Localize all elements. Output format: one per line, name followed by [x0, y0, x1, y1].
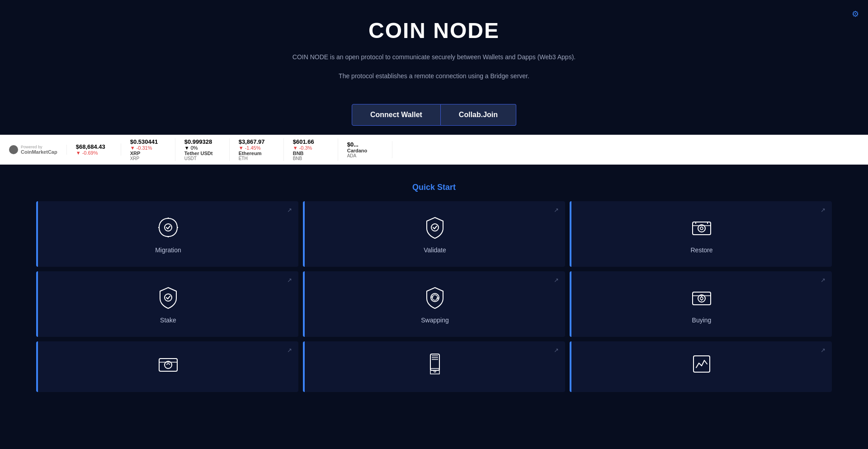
ticker-item-xrp: $0.530441 ▼ -0.31% XRP XRP: [121, 138, 175, 161]
svg-rect-2: [693, 222, 711, 235]
usdt-price: $0.999328: [184, 138, 220, 145]
bnb-name: BNB: [293, 151, 329, 156]
buying-icon: [688, 284, 715, 311]
validate-label: Validate: [424, 246, 446, 254]
xrp-change: ▼ -0.31%: [130, 145, 166, 151]
usdt-sym: USDT: [184, 156, 220, 161]
ticker-item-eth: $3,867.97 ▼ -1.45% Ethereum ETH: [230, 138, 284, 161]
page-title: COIN NODE: [9, 18, 859, 43]
buying-label: Buying: [692, 317, 712, 324]
external-link-icon-restore: ↗: [821, 207, 826, 213]
card-stake[interactable]: ↗ Stake: [36, 271, 298, 337]
ticker-item-usdt: $0.999328 ▼ 0% Tether USDt USDT: [175, 138, 230, 161]
card-validate[interactable]: ↗ Validate: [303, 201, 565, 267]
page-header: COIN NODE COIN NODE is an open protocol …: [0, 0, 868, 90]
card-grid: ↗ Migration ↗ Validate: [36, 201, 832, 392]
xrp-sym: XRP: [130, 156, 166, 161]
external-link-icon-r3c3: ↗: [821, 347, 826, 354]
ticker-brand: Powered by CoinMarketCap: [0, 145, 67, 155]
card-row3-2[interactable]: ↗: [303, 341, 565, 392]
eth-name: Ethereum: [239, 151, 274, 156]
xrp-name: XRP: [130, 151, 166, 156]
card-row3-1[interactable]: ↗: [36, 341, 298, 392]
ada-price: $0...: [347, 141, 383, 148]
svg-rect-6: [693, 292, 711, 305]
eth-sym: ETH: [239, 156, 274, 161]
xrp-price: $0.530441: [130, 138, 166, 145]
stake-label: Stake: [160, 317, 176, 324]
usdt-name: Tether USDt: [184, 151, 220, 156]
ada-sym: ADA: [347, 153, 383, 158]
svg-point-11: [434, 370, 436, 372]
swapping-icon: [421, 284, 448, 311]
quick-start-title: Quick Start: [36, 183, 832, 192]
bnb-change: ▼ -0.3%: [293, 145, 329, 151]
svg-point-1: [431, 224, 439, 231]
external-link-icon-buying: ↗: [821, 277, 826, 284]
migration-label: Migration: [155, 246, 181, 254]
r3c3-icon: [688, 350, 715, 378]
action-buttons: Connect Wallet Collab.Join: [0, 104, 868, 126]
r3c2-icon: [421, 350, 448, 378]
usdt-change: ▼ 0%: [184, 145, 220, 151]
external-link-icon-r3c1: ↗: [287, 347, 292, 354]
coinmarketcap-name: CoinMarketCap: [21, 149, 57, 155]
ticker-item-btc: $68,684.43 ▼ -0.69%: [67, 143, 121, 156]
powered-by-label: Powered by: [21, 145, 57, 149]
external-link-icon-r3c2: ↗: [554, 347, 559, 354]
validate-icon: [421, 214, 448, 241]
btc-change: ▼ -0.69%: [76, 150, 112, 156]
svg-point-4: [165, 294, 172, 301]
ticker-bar: Powered by CoinMarketCap $68,684.43 ▼ -0…: [0, 135, 868, 165]
settings-button[interactable]: ⚙: [852, 9, 859, 19]
external-link-icon-migration: ↗: [287, 207, 292, 213]
svg-rect-10: [430, 354, 439, 370]
gear-icon: ⚙: [852, 9, 859, 19]
ticker-item-ada: $0... Cardano ADA: [338, 141, 392, 158]
migration-icon: [155, 214, 182, 241]
external-link-icon-swapping: ↗: [554, 277, 559, 284]
card-migration[interactable]: ↗ Migration: [36, 201, 298, 267]
external-link-icon-stake: ↗: [287, 277, 292, 284]
swapping-label: Swapping: [421, 317, 449, 324]
subtitle-line1: COIN NODE is an open protocol to communi…: [9, 52, 859, 62]
coinmarketcap-logo: [9, 145, 18, 154]
stake-icon: [155, 284, 182, 311]
r3c1-icon: [155, 350, 182, 378]
restore-label: Restore: [690, 246, 712, 254]
bnb-price: $601.66: [293, 138, 329, 145]
ticker-inner: Powered by CoinMarketCap $68,684.43 ▼ -0…: [0, 138, 392, 161]
restore-icon: [688, 214, 715, 241]
connect-wallet-button[interactable]: Connect Wallet: [352, 104, 441, 126]
eth-change: ▼ -1.45%: [239, 145, 274, 151]
bnb-sym: BNB: [293, 156, 329, 161]
collab-join-button[interactable]: Collab.Join: [441, 104, 516, 126]
external-link-icon-validate: ↗: [554, 207, 559, 213]
card-row3-3[interactable]: ↗: [570, 341, 832, 392]
btc-price: $68,684.43: [76, 143, 112, 150]
card-buying[interactable]: ↗ Buying: [570, 271, 832, 337]
ticker-item-bnb: $601.66 ▼ -0.3% BNB BNB: [284, 138, 338, 161]
card-restore[interactable]: ↗ Restore: [570, 201, 832, 267]
subtitle-line2: The protocol establishes a remote connec…: [9, 71, 859, 81]
svg-point-0: [165, 224, 172, 231]
quick-start-section: Quick Start ↗ Migration ↗: [0, 169, 868, 401]
ada-name: Cardano: [347, 148, 383, 153]
svg-rect-8: [159, 359, 177, 371]
card-swapping[interactable]: ↗ Swapping: [303, 271, 565, 337]
eth-price: $3,867.97: [239, 138, 274, 145]
